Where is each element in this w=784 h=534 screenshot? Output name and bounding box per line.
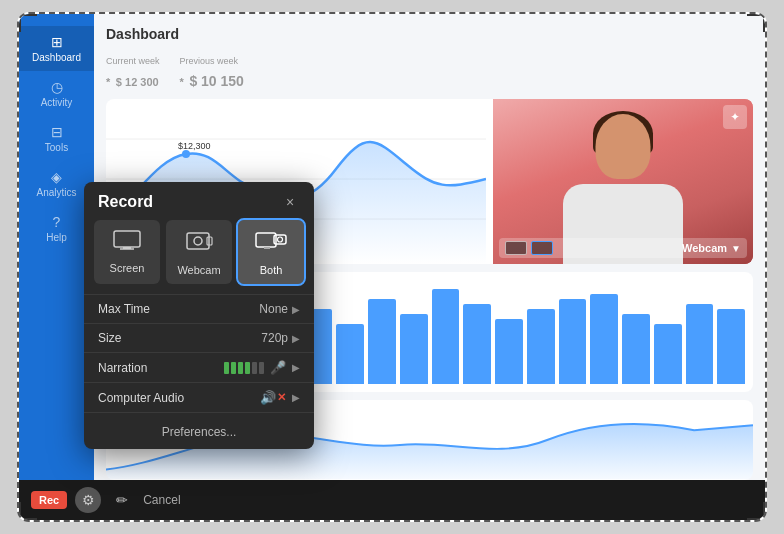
current-week-stat: Current week * $ 12 300 xyxy=(106,50,160,91)
sidebar-item-dashboard-label: Dashboard xyxy=(32,52,81,63)
svg-rect-8 xyxy=(187,233,209,249)
size-arrow[interactable]: ▶ xyxy=(292,333,300,344)
webcam-mode-label: Webcam xyxy=(177,264,220,276)
both-mode-button[interactable]: Both xyxy=(238,220,304,284)
size-label: Size xyxy=(98,331,261,345)
level-seg-5 xyxy=(252,362,257,374)
size-value: 720p xyxy=(261,331,288,345)
narration-row: Narration 🎤 ▶ xyxy=(84,352,314,382)
prev-week-value: * $ 10 150 xyxy=(180,68,244,91)
prev-amount: $ 10 150 xyxy=(189,73,244,89)
person-head xyxy=(596,114,651,179)
max-time-arrow[interactable]: ▶ xyxy=(292,304,300,315)
sidebar-item-tools-label: Tools xyxy=(45,142,68,153)
wand-button[interactable]: ✦ xyxy=(723,105,747,129)
bar xyxy=(495,319,523,384)
audio-muted-indicator: 🔊 ✕ xyxy=(260,390,286,405)
bar xyxy=(463,304,491,384)
current-prefix: * xyxy=(106,76,110,88)
dashboard-icon: ⊞ xyxy=(51,34,63,50)
sidebar-item-analytics-label: Analytics xyxy=(36,187,76,198)
bar xyxy=(400,314,428,384)
max-time-row: Max Time None ▶ xyxy=(84,294,314,323)
corner-tr xyxy=(747,12,767,32)
preferences-row[interactable]: Preferences... xyxy=(84,412,314,449)
max-time-value: None xyxy=(259,302,288,316)
tools-icon: ⊟ xyxy=(51,124,63,140)
webcam-mode-icon xyxy=(185,230,213,258)
level-seg-1 xyxy=(224,362,229,374)
preferences-label: Preferences... xyxy=(162,425,237,439)
level-seg-4 xyxy=(245,362,250,374)
sidebar-item-tools[interactable]: ⊟ Tools xyxy=(19,116,94,161)
level-seg-2 xyxy=(231,362,236,374)
computer-audio-label: Computer Audio xyxy=(98,391,260,405)
current-week-value: * $ 12 300 xyxy=(106,68,160,91)
svg-text:$12,300: $12,300 xyxy=(178,141,211,151)
prev-week-stat: Previous week * $ 10 150 xyxy=(180,50,244,91)
corner-br xyxy=(747,502,767,522)
record-panel: Record × Screen xyxy=(84,182,314,449)
webcam-dropdown-arrow[interactable]: ▼ xyxy=(731,243,741,254)
computer-audio-arrow[interactable]: ▶ xyxy=(292,392,300,403)
both-mode-icon xyxy=(255,230,287,258)
webcam-thumb-2[interactable] xyxy=(531,241,553,255)
webcam-toolbar-left xyxy=(505,241,553,255)
bottom-toolbar: Rec ⚙ ✏ Cancel xyxy=(19,480,765,520)
mode-row: Screen Webcam xyxy=(84,220,314,294)
level-seg-6 xyxy=(259,362,264,374)
webcam-thumb-1[interactable] xyxy=(505,241,527,255)
speaker-icon: 🔊 xyxy=(260,390,276,405)
webcam-mode-button[interactable]: Webcam xyxy=(166,220,232,284)
bar xyxy=(590,294,618,384)
bar xyxy=(654,324,682,384)
webcam-toolbar: Webcam ▼ xyxy=(499,238,747,258)
sidebar-item-help[interactable]: ? Help xyxy=(19,206,94,251)
record-header: Record × xyxy=(84,182,314,220)
max-time-label: Max Time xyxy=(98,302,259,316)
svg-rect-5 xyxy=(114,231,140,247)
sidebar-item-activity[interactable]: ◷ Activity xyxy=(19,71,94,116)
stats-row: Current week * $ 12 300 Previous week * … xyxy=(106,50,753,91)
svg-point-9 xyxy=(194,237,202,245)
level-seg-3 xyxy=(238,362,243,374)
webcam-label: Webcam xyxy=(682,242,727,254)
svg-rect-11 xyxy=(256,233,276,247)
gear-button[interactable]: ⚙ xyxy=(75,487,101,513)
bar xyxy=(717,309,745,384)
bar xyxy=(686,304,714,384)
bar xyxy=(368,299,396,384)
bar xyxy=(527,309,555,384)
prev-prefix: * xyxy=(180,76,184,88)
cancel-button[interactable]: Cancel xyxy=(143,493,180,507)
corner-tl xyxy=(17,12,37,32)
svg-rect-12 xyxy=(264,247,270,249)
bar xyxy=(559,299,587,384)
computer-audio-row: Computer Audio 🔊 ✕ ▶ xyxy=(84,382,314,412)
both-mode-label: Both xyxy=(260,264,283,276)
close-button[interactable]: × xyxy=(280,192,300,212)
size-row: Size 720p ▶ xyxy=(84,323,314,352)
screen-mode-button[interactable]: Screen xyxy=(94,220,160,284)
sidebar-item-dashboard[interactable]: ⊞ Dashboard xyxy=(19,26,94,71)
activity-icon: ◷ xyxy=(51,79,63,95)
narration-level-bar xyxy=(224,362,264,374)
sidebar-item-activity-label: Activity xyxy=(41,97,73,108)
bar xyxy=(432,289,460,384)
muted-x: ✕ xyxy=(277,391,286,404)
svg-point-3 xyxy=(182,150,190,158)
help-icon: ? xyxy=(53,214,61,230)
pencil-button[interactable]: ✏ xyxy=(109,487,135,513)
bar xyxy=(622,314,650,384)
current-week-label: Current week xyxy=(106,56,160,66)
main-frame: ⊞ Dashboard ◷ Activity ⊟ Tools ◈ Analyti… xyxy=(17,12,767,522)
analytics-icon: ◈ xyxy=(51,169,62,185)
narration-arrow[interactable]: ▶ xyxy=(292,362,300,373)
mic-icon: 🎤 xyxy=(270,360,286,375)
svg-point-14 xyxy=(278,237,283,242)
corner-bl xyxy=(17,502,37,522)
sidebar-item-help-label: Help xyxy=(46,232,67,243)
prev-week-label: Previous week xyxy=(180,56,239,66)
narration-label: Narration xyxy=(98,361,224,375)
sidebar-item-analytics[interactable]: ◈ Analytics xyxy=(19,161,94,206)
